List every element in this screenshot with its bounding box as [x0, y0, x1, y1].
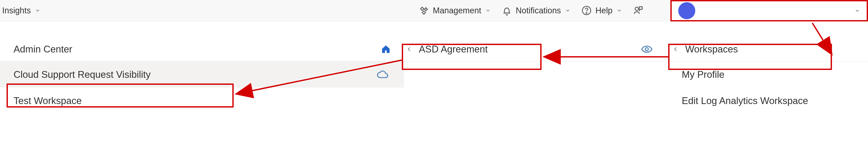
row-cloud-support-label: Cloud Support Request Visibility [13, 69, 151, 80]
feedback-icon [633, 5, 643, 16]
mid-column-header[interactable]: ASD Agreement [402, 37, 666, 61]
left-header-label: Admin Center [13, 44, 72, 55]
nav-help[interactable]: Help [582, 5, 622, 16]
mid-column: ASD Agreement [402, 37, 666, 61]
left-column: Admin Center Cloud Support Request Visib… [0, 37, 404, 114]
nav-insights-label: Insights [2, 6, 31, 15]
row-test-workspace-label: Test Workspace [13, 95, 82, 106]
nav-insights[interactable]: Insights [2, 6, 40, 15]
svg-point-6 [645, 48, 648, 51]
nav-feedback[interactable] [633, 5, 643, 16]
row-my-profile-label: My Profile [682, 69, 724, 80]
svg-point-0 [421, 8, 424, 10]
eye-icon [641, 45, 653, 53]
avatar [678, 2, 695, 19]
user-menu[interactable] [671, 0, 868, 22]
chevron-down-icon [855, 8, 860, 13]
cloud-icon [376, 70, 389, 79]
svg-point-1 [425, 8, 427, 10]
row-cloud-support[interactable]: Cloud Support Request Visibility [0, 61, 404, 88]
right-header-label: Workspaces [685, 44, 738, 55]
nav-management-label: Management [433, 6, 481, 15]
svg-point-4 [586, 13, 587, 13]
home-icon [381, 44, 391, 54]
left-column-header[interactable]: Admin Center [0, 37, 404, 61]
nav-management[interactable]: Management [419, 5, 491, 16]
chevron-down-icon [485, 8, 491, 13]
chevron-down-icon [35, 8, 40, 13]
svg-point-2 [423, 11, 425, 14]
nav-notifications-label: Notifications [516, 6, 561, 15]
chevron-down-icon [565, 8, 570, 13]
row-edit-log-analytics-label: Edit Log Analytics Workspace [682, 95, 808, 106]
chevron-left-icon [406, 44, 412, 54]
row-edit-log-analytics[interactable]: Edit Log Analytics Workspace [668, 88, 868, 114]
svg-point-5 [635, 7, 639, 10]
mid-header-label: ASD Agreement [419, 44, 488, 55]
chevron-left-icon [673, 44, 679, 54]
nav-notifications[interactable]: Notifications [502, 5, 570, 16]
gear-cluster-icon [419, 5, 429, 16]
help-icon [582, 5, 592, 16]
row-test-workspace[interactable]: Test Workspace [0, 88, 404, 114]
chevron-down-icon [616, 8, 622, 13]
right-column: Workspaces My Profile Edit Log Analytics… [668, 37, 868, 114]
right-column-header[interactable]: Workspaces [668, 37, 868, 61]
nav-help-label: Help [595, 6, 613, 15]
bell-icon [502, 5, 512, 16]
row-my-profile[interactable]: My Profile [668, 61, 868, 88]
